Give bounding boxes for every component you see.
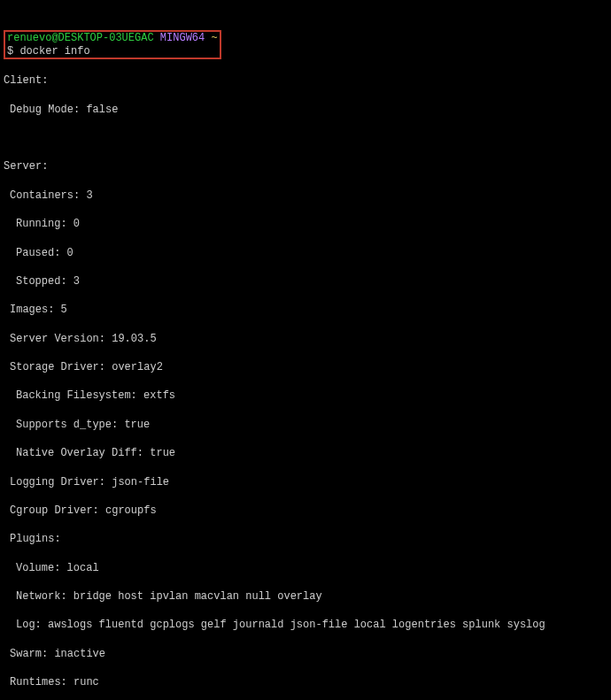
supports-dtype: Supports d_type: true	[4, 418, 607, 432]
storage-driver: Storage Driver: overlay2	[4, 360, 607, 374]
native-overlay: Native Overlay Diff: true	[4, 446, 607, 460]
terminal-window[interactable]: renuevo@DESKTOP-03UEGAC MINGW64 ~ $ dock…	[0, 0, 611, 700]
prompt-dollar: $	[7, 45, 13, 58]
plugins-header: Plugins:	[4, 532, 607, 546]
prompt-line: renuevo@DESKTOP-03UEGAC MINGW64 ~ $ dock…	[4, 30, 607, 59]
command-highlight-box: renuevo@DESKTOP-03UEGAC MINGW64 ~ $ dock…	[4, 30, 221, 59]
client-debug-mode: Debug Mode: false	[4, 103, 607, 117]
prompt-env: MINGW64	[160, 32, 205, 44]
server-version: Server Version: 19.03.5	[4, 332, 607, 346]
cgroup-driver: Cgroup Driver: cgroupfs	[4, 504, 607, 518]
client-header: Client:	[4, 73, 607, 88]
server-containers: Containers: 3	[4, 188, 607, 203]
plugin-volume: Volume: local	[4, 561, 607, 575]
blank-line	[4, 131, 607, 145]
plugin-network: Network: bridge host ipvlan macvlan null…	[4, 589, 607, 604]
server-header: Server:	[4, 159, 607, 173]
runtimes: Runtimes: runc	[4, 675, 607, 689]
backing-fs: Backing Filesystem: extfs	[4, 388, 607, 403]
server-stopped: Stopped: 3	[4, 274, 607, 288]
logging-driver: Logging Driver: json-file	[4, 475, 607, 489]
swarm: Swarm: inactive	[4, 647, 607, 661]
server-images: Images: 5	[4, 303, 607, 317]
prompt-tilde: ~	[211, 32, 217, 44]
command-text: docker info	[19, 45, 89, 58]
prompt-user: renuevo@DESKTOP-03UEGAC	[7, 32, 154, 44]
server-running: Running: 0	[4, 217, 607, 231]
plugin-log: Log: awslogs fluentd gcplogs gelf journa…	[4, 618, 607, 632]
server-paused: Paused: 0	[4, 246, 607, 260]
